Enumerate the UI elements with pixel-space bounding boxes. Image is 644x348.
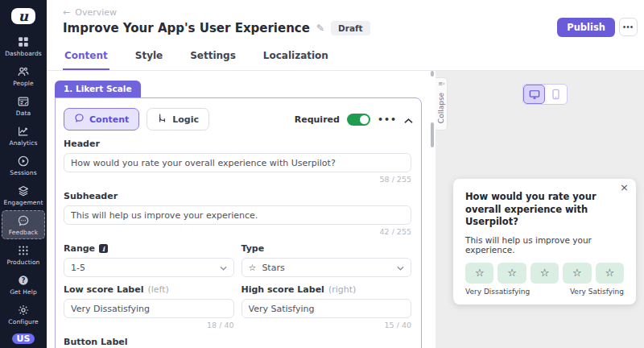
content-toggle-label: Content bbox=[89, 114, 129, 125]
sidebar-item-analytics[interactable]: Analytics bbox=[2, 121, 45, 150]
low-score-field-label: Low score Label (left) bbox=[64, 284, 234, 295]
star-icon: ☆ bbox=[605, 267, 615, 279]
star-icon: ☆ bbox=[507, 267, 517, 279]
main-area: ← Overview Improve Your App's User Exper… bbox=[47, 0, 644, 348]
required-label: Required bbox=[295, 114, 340, 125]
collapse-panel-tab[interactable]: ≡› Collapse bbox=[436, 77, 448, 130]
sidebar: u Dashboards People Data Analytics Sessi… bbox=[0, 0, 47, 348]
user-avatar[interactable]: US bbox=[12, 334, 35, 344]
high-score-input[interactable] bbox=[242, 299, 412, 318]
sidebar-item-label: Engagement bbox=[4, 199, 43, 206]
get-help-icon: ? bbox=[17, 274, 30, 287]
preview-low-label: Very Dissatisfying bbox=[465, 288, 530, 296]
sidebar-item-feedback[interactable]: Feedback bbox=[2, 210, 45, 239]
collapse-label: Collapse bbox=[437, 93, 445, 123]
low-score-input[interactable] bbox=[64, 299, 234, 318]
star-rating-button-1[interactable]: ☆ bbox=[465, 263, 493, 284]
chevron-down-icon bbox=[220, 263, 227, 273]
sidebar-item-label: People bbox=[13, 80, 34, 87]
likert-scale-card: Content Logic Required ••• bbox=[55, 97, 422, 348]
sidebar-item-production[interactable]: Production bbox=[2, 240, 45, 269]
subheader-field-input[interactable] bbox=[64, 205, 411, 225]
sessions-icon bbox=[17, 155, 30, 168]
tab-bar: Content Style Settings Localization bbox=[63, 44, 330, 70]
speech-bubble-icon bbox=[74, 113, 85, 126]
high-score-field-label: High score Label (right) bbox=[242, 284, 412, 295]
sidebar-item-label: Sessions bbox=[10, 169, 36, 176]
title-row: Improve Your App's User Experience ✎ Dra… bbox=[63, 21, 370, 35]
sidebar-item-label: Feedback bbox=[9, 229, 39, 236]
header-char-counter: 58 / 255 bbox=[64, 175, 411, 184]
sidebar-item-configure[interactable]: Configure bbox=[2, 300, 45, 329]
analytics-icon bbox=[17, 125, 30, 138]
preview-panel: ≡› Collapse × How would you rate your ov… bbox=[436, 71, 644, 348]
sidebar-item-data[interactable]: Data bbox=[2, 91, 45, 120]
avatar-initials: US bbox=[17, 334, 31, 344]
tab-content[interactable]: Content bbox=[63, 44, 109, 70]
block-menu-button[interactable]: ••• bbox=[378, 114, 397, 125]
preview-high-label: Very Satisfying bbox=[570, 288, 624, 296]
range-select[interactable]: 1-5 bbox=[64, 258, 234, 277]
range-info-icon[interactable]: i bbox=[99, 244, 108, 253]
required-toggle[interactable] bbox=[347, 114, 370, 126]
sidebar-item-label: Data bbox=[16, 110, 31, 117]
sidebar-item-label: Get Help bbox=[10, 288, 37, 296]
type-field-label: Type bbox=[242, 243, 412, 254]
type-select-value: Stars bbox=[262, 263, 284, 273]
logic-toggle-label: Logic bbox=[172, 114, 199, 125]
subheader-char-counter: 42 / 255 bbox=[64, 227, 411, 236]
tab-settings[interactable]: Settings bbox=[188, 44, 237, 70]
mobile-view-button[interactable] bbox=[545, 85, 567, 104]
userpilot-logo[interactable]: u bbox=[11, 8, 35, 24]
back-link[interactable]: ← Overview bbox=[63, 7, 117, 18]
preview-question: How would you rate your overall experien… bbox=[465, 191, 624, 229]
toggle-knob bbox=[360, 115, 369, 124]
logic-toggle-button[interactable]: Logic bbox=[147, 108, 209, 130]
toolbar-right: Required ••• bbox=[295, 112, 413, 127]
scrollbar-thumb[interactable] bbox=[431, 71, 434, 77]
tab-style[interactable]: Style bbox=[134, 44, 164, 70]
app-window: u Dashboards People Data Analytics Sessi… bbox=[0, 0, 644, 348]
engagement-icon bbox=[17, 184, 30, 197]
device-toggle bbox=[522, 84, 568, 105]
subheader-field-label: Subheader bbox=[64, 191, 413, 201]
collapse-block-icon[interactable] bbox=[404, 112, 413, 127]
star-icon: ☆ bbox=[540, 267, 550, 279]
tab-localization[interactable]: Localization bbox=[262, 44, 330, 70]
star-rating-button-3[interactable]: ☆ bbox=[530, 263, 559, 284]
step-badge-likert-scale[interactable]: 1. Likert Scale bbox=[55, 81, 141, 97]
scrollbar-thumb[interactable] bbox=[431, 122, 434, 147]
publish-button[interactable]: Publish bbox=[557, 18, 615, 37]
type-select[interactable]: ☆ Stars bbox=[242, 258, 412, 277]
header-field-input[interactable] bbox=[64, 153, 411, 172]
feedback-icon bbox=[17, 214, 30, 227]
header-more-button[interactable]: ••• bbox=[619, 18, 638, 36]
range-field-label: Range i bbox=[64, 243, 234, 254]
content-toggle-button[interactable]: Content bbox=[64, 108, 139, 130]
star-rating-button-5[interactable]: ☆ bbox=[596, 263, 624, 284]
sidebar-item-people[interactable]: People bbox=[2, 61, 45, 90]
sidebar-item-engagement[interactable]: Engagement bbox=[2, 180, 45, 209]
close-icon[interactable]: × bbox=[620, 182, 629, 193]
people-icon bbox=[17, 65, 30, 78]
sidebar-item-sessions[interactable]: Sessions bbox=[2, 151, 45, 180]
sidebar-item-dashboards[interactable]: Dashboards bbox=[2, 31, 45, 60]
star-rating-button-4[interactable]: ☆ bbox=[563, 263, 591, 284]
star-rating-button-2[interactable]: ☆ bbox=[497, 263, 526, 284]
sidebar-item-label: Production bbox=[7, 259, 40, 266]
star-icon: ☆ bbox=[249, 263, 257, 273]
scale-labels-row: Very Dissatisfying Very Satisfying bbox=[465, 288, 624, 296]
dashboards-icon bbox=[17, 35, 30, 48]
sidebar-item-get-help[interactable]: ? Get Help bbox=[2, 270, 45, 299]
star-icon: ☆ bbox=[475, 267, 485, 279]
sidebar-item-label: Analytics bbox=[10, 139, 38, 147]
top-header: ← Overview Improve Your App's User Exper… bbox=[47, 0, 644, 71]
sidebar-item-label: Dashboards bbox=[5, 50, 42, 57]
header-field-label: Header bbox=[64, 139, 413, 149]
survey-preview-card: × How would you rate your overall experi… bbox=[453, 179, 636, 304]
edit-title-icon[interactable]: ✎ bbox=[316, 23, 324, 34]
desktop-view-button[interactable] bbox=[523, 85, 545, 104]
data-icon bbox=[17, 95, 30, 108]
sidebar-item-label: Configure bbox=[8, 318, 38, 325]
editor-scrollbar[interactable] bbox=[429, 71, 436, 348]
